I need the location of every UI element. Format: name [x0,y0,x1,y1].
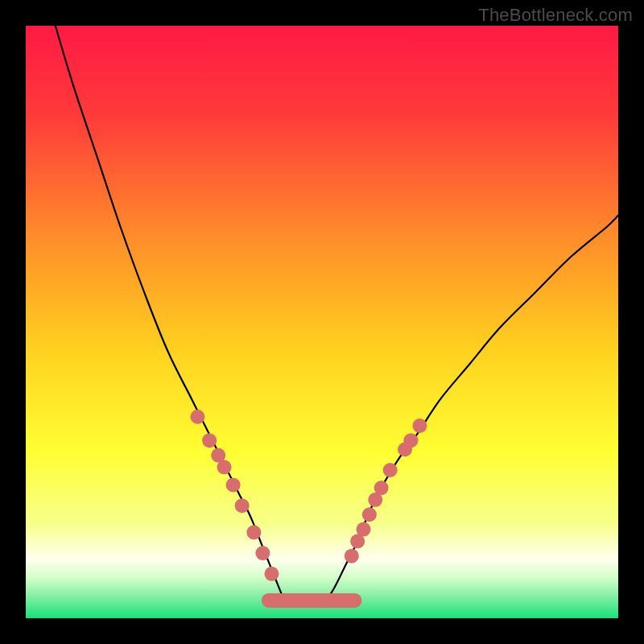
marker-dot [383,463,398,477]
watermark-text: TheBottleneck.com [478,5,633,26]
marker-dot [190,410,204,424]
marker-dot [202,433,217,448]
chart-container: TheBottleneck.com [0,0,644,644]
marker-dot [357,522,371,537]
marker-dot [345,549,359,564]
marker-dot [412,419,427,433]
marker-dot [362,507,377,522]
marker-dot [403,433,418,448]
marker-dot [264,567,279,581]
marker-dot [226,477,241,492]
marker-dot [246,525,261,539]
gradient-bg [26,26,618,618]
marker-dot [374,481,389,495]
marker-dot [255,546,270,560]
marker-dot [217,460,232,474]
marker-dot [235,498,250,513]
chart-svg [26,26,618,618]
plot-area [26,26,618,618]
